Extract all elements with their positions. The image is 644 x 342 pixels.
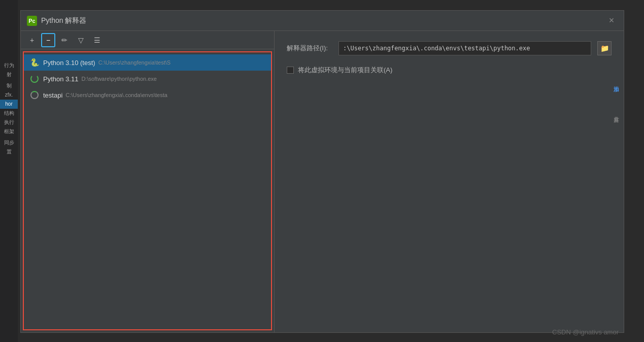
python-interpreter-dialog: Pc Python 解释器 × + − ✏ ▽ ☰ 🐍 xyxy=(20,10,624,333)
interpreter-name-1: Python 3.11 xyxy=(43,75,78,83)
interpreter-item-2[interactable]: testapi C:\Users\zhangfengxia\.conda\env… xyxy=(24,87,271,103)
interpreter-item-1[interactable]: Python 3.11 D:\software\python\python.ex… xyxy=(24,71,271,87)
filter-interpreter-button[interactable]: ▽ xyxy=(74,33,88,47)
sidebar-item-10: 同步 xyxy=(0,138,18,147)
sidebar-item-11: 置 xyxy=(0,147,18,157)
add-interpreter-button[interactable]: + xyxy=(25,33,39,47)
interpreter-item-0[interactable]: 🐍 Python 3.10 (test) C:\Users\zhangfengx… xyxy=(24,54,271,71)
right-edge-hints: 添加 具窗 xyxy=(608,82,624,112)
sidebar-item-6: 结构 xyxy=(0,109,18,118)
folder-icon: 📁 xyxy=(600,44,609,52)
dialog-content: + − ✏ ▽ ☰ 🐍 Python 3.10 (test) C:\Users\… xyxy=(21,31,624,332)
left-panel: + − ✏ ▽ ☰ 🐍 Python 3.10 (test) C:\Users\… xyxy=(21,31,275,332)
sidebar-item-1: 射 xyxy=(0,70,18,79)
interpreter-path-0: C:\Users\zhangfengxia\test\S xyxy=(98,59,171,66)
path-field-row: 解释器路径(I): 📁 xyxy=(287,41,612,55)
right-panel: 解释器路径(I): 📁 将此虚拟环境与当前项目关联(A) xyxy=(275,31,624,332)
path-input[interactable] xyxy=(338,41,591,55)
interpreter-list: 🐍 Python 3.10 (test) C:\Users\zhangfengx… xyxy=(23,51,272,330)
dialog-title: Python 解释器 xyxy=(41,16,605,25)
sidebar-item-7: 执行 xyxy=(0,118,18,127)
sidebar-item-5[interactable]: hor xyxy=(0,100,18,109)
app-icon: Pc xyxy=(27,16,37,26)
path-label: 解释器路径(I): xyxy=(287,44,332,53)
interpreter-path-2: C:\Users\zhangfengxia\.conda\envs\testa xyxy=(65,92,167,98)
python-color-icon-0: 🐍 xyxy=(30,58,39,67)
spinner-loading-icon-2 xyxy=(30,90,39,100)
background-sidebar xyxy=(0,0,18,342)
more-interpreter-button[interactable]: ☰ xyxy=(90,33,104,47)
spinner-icon-1 xyxy=(30,74,39,83)
title-bar: Pc Python 解释器 × xyxy=(21,11,624,31)
interpreter-name-0: Python 3.10 (test) xyxy=(43,59,95,67)
edit-interpreter-button[interactable]: ✏ xyxy=(57,33,72,47)
sidebar-item-0: 行为 xyxy=(0,61,18,70)
interpreter-path-1: D:\software\python\python.exe xyxy=(81,76,157,82)
watermark: CSDN @ignativs amor xyxy=(552,328,619,336)
remove-interpreter-button[interactable]: − xyxy=(41,33,55,47)
sidebar-item-8: 框架 xyxy=(0,127,18,136)
interpreter-toolbar: + − ✏ ▽ ☰ xyxy=(21,31,274,49)
sidebar-item-4: zfx. xyxy=(0,90,18,100)
associate-checkbox[interactable] xyxy=(287,67,294,74)
associate-checkbox-row: 将此虚拟环境与当前项目关联(A) xyxy=(287,66,612,75)
sidebar-item-3: 制 xyxy=(0,81,18,90)
browse-button[interactable]: 📁 xyxy=(597,41,612,55)
associate-label: 将此虚拟环境与当前项目关联(A) xyxy=(298,66,392,75)
interpreter-name-2: testapi xyxy=(43,91,62,99)
close-button[interactable]: × xyxy=(605,15,618,27)
sidebar-items-container: 行为 射 制 zfx. hor 结构 执行 框架 同步 置 xyxy=(0,61,18,157)
